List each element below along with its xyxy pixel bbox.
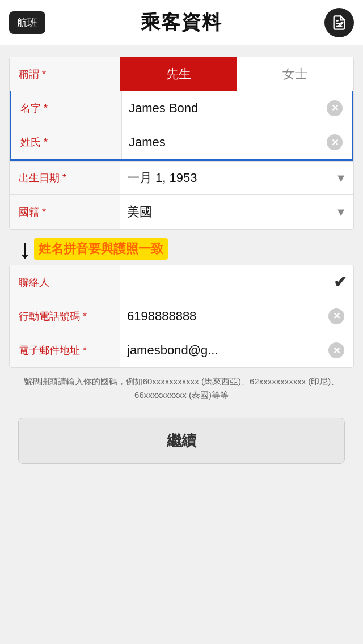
first-name-clear-button[interactable]: ✕ [324,98,345,118]
email-clear-button[interactable]: ✕ [326,340,347,361]
contact-row: 聯絡人 ✔ [10,265,353,299]
title-mr-button[interactable]: 先生 [120,57,237,91]
title-ms-button[interactable]: 女士 [237,57,354,91]
edit-document-button[interactable] [324,8,354,37]
last-name-input[interactable] [129,135,324,150]
note-text: 號碼開頭請輸入你的國碼，例如60xxxxxxxxxxx (馬來西亞)、62xxx… [9,368,354,409]
arrow-down-icon: ↓ [18,235,32,262]
title-selector-content: 先生 女士 [120,57,353,91]
email-label: 電子郵件地址 * [10,333,120,367]
passenger-form-card: 稱謂 * 先生 女士 名字 * ✕ [9,57,354,230]
first-name-input[interactable] [129,101,324,116]
email-input[interactable] [127,343,326,358]
header-left: 航班 [9,11,45,34]
header-right [324,8,354,37]
email-row: 電子郵件地址 * ✕ [10,333,353,367]
tooltip-container: ↓ 姓名拼音要與護照一致 [9,231,354,265]
nationality-value: 美國 [127,204,335,221]
tooltip-arrow-area: ↓ 姓名拼音要與護照一致 [9,231,354,265]
last-name-row: 姓氏 * ✕ [11,125,352,159]
phone-row: 行動電話號碼 * ✕ [10,299,353,333]
first-name-row: 名字 * ✕ [11,91,352,125]
title-selector: 先生 女士 [120,57,353,91]
dob-value: 一月 1, 1953 [127,170,335,187]
header: 航班 乘客資料 [0,0,363,45]
contact-card: 聯絡人 ✔ 行動電話號碼 * ✕ 電子郵件地址 * ✕ [9,265,354,368]
dob-content[interactable]: 一月 1, 1953 ▼ [120,162,353,194]
dob-row: 出生日期 * 一月 1, 1953 ▼ [10,161,353,195]
continue-button[interactable]: 繼續 [18,418,345,464]
clear-circle-icon: ✕ [327,100,343,116]
checkmark-icon: ✔ [334,273,347,291]
nationality-label: 國籍 * [10,195,120,229]
last-name-label: 姓氏 * [11,125,122,159]
contact-label: 聯絡人 [10,265,120,299]
nationality-dropdown-arrow: ▼ [335,206,347,219]
name-group: 名字 * ✕ 姓氏 * ✕ [10,91,353,161]
contact-content: ✔ [120,265,353,299]
last-name-clear-button[interactable]: ✕ [324,132,345,152]
phone-clear-button[interactable]: ✕ [326,306,347,327]
flight-button[interactable]: 航班 [9,11,45,34]
phone-content: ✕ [120,299,353,333]
phone-clear-icon: ✕ [328,308,344,324]
edit-document-icon [331,15,347,31]
first-name-content: ✕ [122,91,352,125]
phone-input[interactable] [127,309,326,324]
main-content: 稱謂 * 先生 女士 名字 * ✕ [0,45,363,484]
phone-label: 行動電話號碼 * [10,299,120,333]
title-label: 稱謂 * [10,57,120,91]
last-name-content: ✕ [122,125,352,159]
nationality-content[interactable]: 美國 ▼ [120,195,353,229]
page-title: 乘客資料 [141,10,222,36]
title-row: 稱謂 * 先生 女士 [10,57,353,91]
email-clear-icon: ✕ [328,342,344,358]
clear-circle-icon2: ✕ [327,134,343,150]
nationality-row: 國籍 * 美國 ▼ [10,195,353,229]
dob-dropdown-arrow: ▼ [335,172,347,185]
tooltip-text: 姓名拼音要與護照一致 [34,238,168,260]
email-content: ✕ [120,333,353,367]
first-name-label: 名字 * [11,91,122,125]
dob-label: 出生日期 * [10,162,120,194]
